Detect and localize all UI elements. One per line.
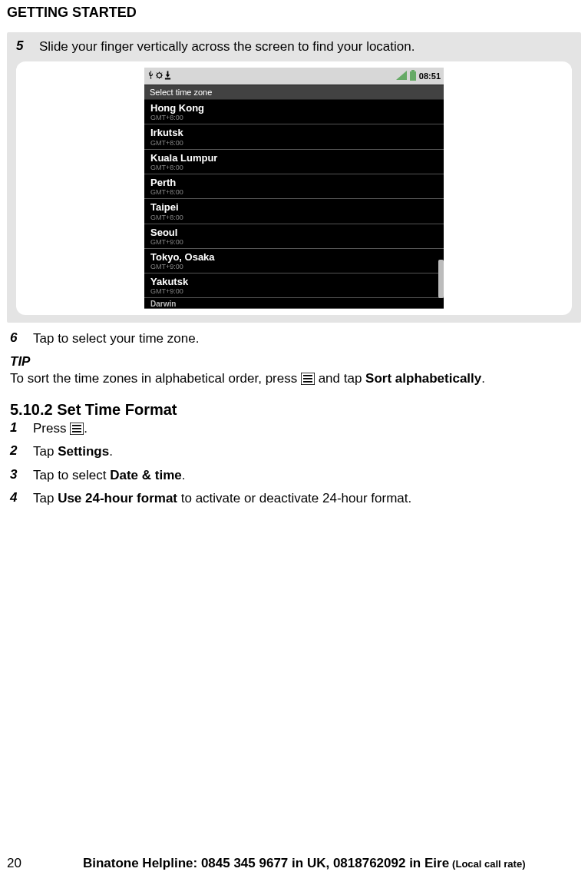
- s2-pre: Tap: [33, 444, 58, 459]
- s4-pre: Tap: [33, 491, 58, 505]
- helpline-suffix: (Local call rate): [452, 858, 525, 870]
- step-6-text: Tap to select your time zone.: [33, 330, 581, 347]
- tip-body: To sort the time zones in alphabetical o…: [10, 370, 581, 388]
- tz-name: Hong Kong: [150, 103, 438, 114]
- tip-pre: To sort the time zones in alphabetical o…: [10, 371, 301, 386]
- status-icons-right: 08:51: [396, 70, 441, 82]
- tip-end: .: [481, 371, 485, 386]
- svg-rect-8: [72, 425, 81, 426]
- step-1-num: 1: [10, 420, 24, 437]
- tz-name: Seoul: [150, 227, 438, 238]
- scrollbar-thumb[interactable]: [438, 260, 444, 298]
- menu-icon: [301, 373, 315, 385]
- tz-name: Darwin: [150, 300, 438, 308]
- step-3-num: 3: [10, 467, 24, 484]
- s3-bold: Date & time: [110, 468, 182, 482]
- step-4-num: 4: [10, 490, 24, 507]
- status-icons-left: [147, 71, 171, 81]
- list-item[interactable]: Perth GMT+8:00: [144, 174, 444, 199]
- section-heading: 5.10.2 Set Time Format: [10, 401, 581, 419]
- step-6: 6 Tap to select your time zone.: [10, 330, 581, 347]
- svg-rect-9: [72, 428, 81, 429]
- tz-offset: GMT+8:00: [150, 188, 438, 196]
- list-item[interactable]: Yakutsk GMT+9:00: [144, 273, 444, 298]
- debug-icon: [156, 71, 163, 81]
- tz-name: Yakutsk: [150, 277, 438, 287]
- step-4-text: Tap Use 24-hour format to activate or de…: [33, 490, 581, 507]
- s1-end: .: [84, 421, 88, 436]
- s3-end: .: [182, 468, 186, 482]
- tz-offset: GMT+8:00: [150, 164, 438, 171]
- page-header: GETTING STARTED: [7, 5, 581, 21]
- step-1: 1 Press .: [10, 420, 581, 437]
- signal-icon: [396, 71, 407, 81]
- tz-offset: GMT+9:00: [150, 287, 438, 295]
- status-time: 08:51: [419, 71, 441, 81]
- step-5-text: Slide your finger vertically across the …: [39, 38, 572, 55]
- svg-rect-10: [72, 431, 81, 433]
- list-item[interactable]: Irkutsk GMT+8:00: [144, 124, 444, 149]
- tz-name: Tokyo, Osaka: [150, 252, 438, 263]
- list-item[interactable]: Hong Kong GMT+8:00: [144, 100, 444, 124]
- s3-pre: Tap to select: [33, 468, 110, 482]
- list-item[interactable]: Kuala Lumpur GMT+8:00: [144, 150, 444, 174]
- download-icon: [164, 71, 171, 81]
- svg-rect-1: [410, 71, 416, 81]
- menu-icon: [70, 423, 84, 435]
- tz-offset: GMT+8:00: [150, 214, 438, 221]
- tz-name: Perth: [150, 177, 438, 188]
- s4-post: to activate or deactivate 24-hour format…: [177, 491, 411, 505]
- list-item[interactable]: Tokyo, Osaka GMT+9:00: [144, 249, 444, 273]
- svg-rect-5: [303, 378, 312, 380]
- step-3: 3 Tap to select Date & time.: [10, 467, 581, 484]
- tz-offset: GMT+9:00: [150, 263, 438, 270]
- step-1-text: Press .: [33, 420, 581, 437]
- gray-step-box: 5 Slide your finger vertically across th…: [7, 32, 581, 323]
- timezone-list[interactable]: Hong Kong GMT+8:00 Irkutsk GMT+8:00 Kual…: [144, 100, 444, 309]
- tip-bold: Sort alphabetically: [365, 371, 481, 386]
- helpline-text: Binatone Helpline: 0845 345 9677 in UK, …: [83, 856, 449, 871]
- screen-title: Select time zone: [144, 85, 444, 100]
- tip-mid: and tap: [315, 371, 365, 386]
- status-bar: 08:51: [144, 68, 444, 85]
- list-item[interactable]: Taipei GMT+8:00: [144, 199, 444, 224]
- svg-rect-4: [303, 375, 312, 376]
- s2-end: .: [109, 444, 113, 459]
- s4-bold: Use 24-hour format: [58, 491, 177, 505]
- usb-icon: [147, 71, 154, 81]
- tz-name: Irkutsk: [150, 128, 438, 138]
- list-item[interactable]: Darwin: [144, 298, 444, 309]
- s1-pre: Press: [33, 421, 70, 436]
- step-2-text: Tap Settings.: [33, 443, 581, 460]
- list-item[interactable]: Seoul GMT+9:00: [144, 224, 444, 249]
- step-6-num: 6: [10, 330, 24, 347]
- step-2: 2 Tap Settings.: [10, 443, 581, 460]
- step-4: 4 Tap Use 24-hour format to activate or …: [10, 490, 581, 507]
- step-5: 5 Slide your finger vertically across th…: [16, 38, 572, 55]
- step-3-text: Tap to select Date & time.: [33, 467, 581, 484]
- tz-offset: GMT+8:00: [150, 139, 438, 147]
- screenshot-frame: 08:51 Select time zone Hong Kong GMT+8:0…: [16, 61, 572, 315]
- svg-point-0: [157, 73, 162, 78]
- tz-offset: GMT+8:00: [150, 114, 438, 121]
- step-2-num: 2: [10, 443, 24, 460]
- tz-name: Kuala Lumpur: [150, 153, 438, 164]
- s2-bold: Settings: [58, 444, 109, 459]
- tip-heading: TIP: [10, 354, 581, 370]
- svg-rect-2: [411, 70, 415, 71]
- page-footer: 20 Binatone Helpline: 0845 345 9677 in U…: [0, 856, 588, 871]
- phone-screenshot: 08:51 Select time zone Hong Kong GMT+8:0…: [144, 68, 444, 309]
- tz-name: Taipei: [150, 202, 438, 213]
- tz-offset: GMT+9:00: [150, 238, 438, 246]
- step-5-num: 5: [16, 38, 30, 55]
- battery-icon: [409, 70, 417, 82]
- svg-rect-6: [303, 381, 312, 383]
- page-number: 20: [7, 856, 21, 871]
